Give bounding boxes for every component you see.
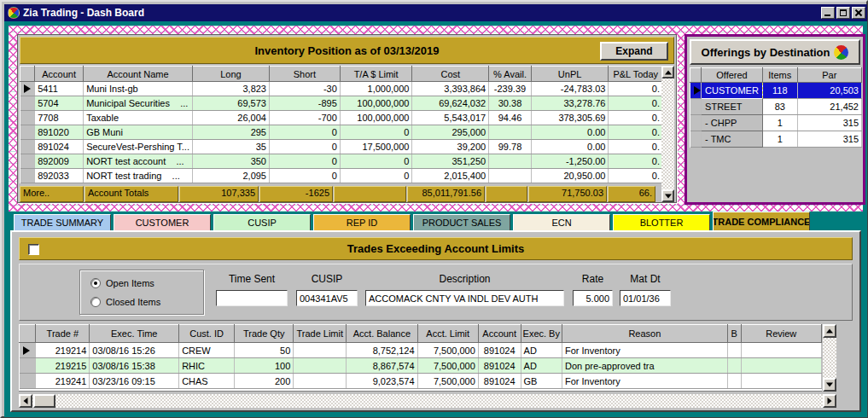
col-offered[interactable]: Offered <box>702 68 763 83</box>
cell[interactable]: GB <box>521 374 562 389</box>
close-button[interactable] <box>852 7 865 19</box>
hscroll-thumb[interactable] <box>33 394 55 408</box>
cell[interactable]: GB Muni <box>84 125 193 140</box>
cell[interactable]: 0 <box>340 154 412 169</box>
offerings-row[interactable]: - CHPP 1 315 <box>690 115 862 131</box>
cell[interactable]: 26,004 <box>193 111 270 125</box>
cell[interactable]: -30 <box>269 82 340 96</box>
row-selector[interactable] <box>20 82 35 96</box>
tab-trade-compliance[interactable]: TRADE COMPLIANCE <box>713 212 810 231</box>
cell[interactable]: 315 <box>797 115 861 131</box>
inventory-vscrollbar[interactable] <box>661 66 674 202</box>
inventory-row[interactable]: 891024 SecureVest-Pershing T... 35 0 17,… <box>20 140 663 154</box>
maximize-button[interactable] <box>836 7 850 19</box>
cell[interactable]: 0. <box>609 125 663 140</box>
cell[interactable] <box>489 154 532 169</box>
cell[interactable]: 3,393,864 <box>412 82 489 96</box>
cell[interactable]: 891024 <box>35 140 84 154</box>
cell[interactable]: AD <box>521 358 562 374</box>
cell[interactable]: - CHPP <box>702 115 763 131</box>
description-input[interactable] <box>365 290 564 306</box>
cell[interactable]: 0 <box>269 125 340 140</box>
tab-ecn[interactable]: ECN <box>513 214 610 231</box>
cell[interactable]: 2,015,400 <box>412 169 489 183</box>
row-selector[interactable] <box>20 125 35 140</box>
cell[interactable]: Municipal Securities ... <box>84 96 193 111</box>
tab-customer[interactable]: CUSTOMER <box>114 214 211 231</box>
open-items-option[interactable]: Open Items <box>90 278 154 288</box>
cell[interactable]: -895 <box>269 96 340 111</box>
col-avail[interactable]: % Avail. <box>489 67 532 82</box>
col-ta-limit[interactable]: T/A $ Limit <box>340 67 412 82</box>
cell[interactable]: 0 <box>269 154 340 169</box>
cell[interactable]: 69,624,032 <box>412 96 489 111</box>
col-short[interactable]: Short <box>269 67 340 82</box>
cell[interactable]: 315 <box>797 131 861 148</box>
cell[interactable]: 21,452 <box>797 99 861 115</box>
cell[interactable]: 8,752,124 <box>347 343 417 358</box>
cell[interactable]: 0. <box>609 111 663 125</box>
cell[interactable]: Muni Inst-gb <box>84 82 193 96</box>
compliance-hscrollbar[interactable] <box>19 394 836 408</box>
row-selector[interactable] <box>20 111 35 125</box>
col-long[interactable]: Long <box>193 67 270 82</box>
closed-items-option[interactable]: Closed Items <box>90 297 160 307</box>
more-button[interactable]: More.. <box>20 186 84 202</box>
cell[interactable]: 891024 <box>478 343 521 358</box>
cell[interactable]: CHAS <box>179 374 235 389</box>
inventory-row[interactable]: 5411 Muni Inst-gb 3,823 -30 1,000,000 3,… <box>20 82 663 96</box>
col-acct-balance[interactable]: Acct. Balance <box>347 325 417 343</box>
col-par[interactable]: Par <box>797 68 861 83</box>
scroll-up-button[interactable] <box>823 324 836 338</box>
cell[interactable]: 350 <box>193 154 270 169</box>
cell[interactable]: 20,950.00 <box>531 169 609 183</box>
cell[interactable]: -239.39 <box>489 82 532 96</box>
cell[interactable]: 219215 <box>36 358 90 374</box>
cell[interactable]: 17,500,000 <box>340 140 412 154</box>
col-b[interactable]: B <box>727 325 741 343</box>
inventory-row[interactable]: 892009 NORT test account ... 350 0 0 351… <box>20 154 663 169</box>
cell[interactable]: For Inventory <box>562 343 727 358</box>
col-exec-time[interactable]: Exec. Time <box>90 325 179 343</box>
cell[interactable]: 1,000,000 <box>340 82 412 96</box>
compliance-checkbox[interactable] <box>28 244 39 255</box>
cell[interactable]: 1 <box>762 131 797 148</box>
scroll-down-button[interactable] <box>661 189 674 202</box>
row-selector[interactable] <box>690 131 702 148</box>
cell[interactable]: 295,000 <box>412 125 489 140</box>
cell[interactable]: 3,823 <box>193 82 270 96</box>
col-trade-limit[interactable]: Trade Limit <box>294 325 347 343</box>
cell[interactable] <box>727 343 741 358</box>
cell[interactable]: 891024 <box>478 374 521 389</box>
tab-blotter[interactable]: BLOTTER <box>613 214 710 231</box>
minimize-button[interactable] <box>821 7 835 19</box>
cell[interactable]: CUSTOMER <box>702 83 763 99</box>
row-selector[interactable] <box>690 83 702 99</box>
cell[interactable]: 03/08/16 15:38 <box>90 358 179 374</box>
cell[interactable]: 219241 <box>36 374 90 389</box>
cell[interactable]: Taxable <box>84 111 193 125</box>
cell[interactable]: 5411 <box>35 82 84 96</box>
cusip-input[interactable] <box>296 290 358 306</box>
cell[interactable] <box>294 343 347 358</box>
col-trade-num[interactable]: Trade # <box>36 325 90 343</box>
row-selector[interactable] <box>20 343 36 358</box>
cell[interactable]: 35 <box>193 140 270 154</box>
col-acct-limit[interactable]: Acct. Limit <box>417 325 478 343</box>
radio-unselected-icon[interactable] <box>90 297 101 307</box>
cell[interactable]: 94.46 <box>489 111 532 125</box>
col-review[interactable]: Review <box>741 325 821 343</box>
tab-product-sales[interactable]: PRODUCT SALES <box>413 214 510 231</box>
cell[interactable]: 83 <box>762 99 797 115</box>
cell[interactable] <box>727 374 741 389</box>
col-trade-qty[interactable]: Trade Qty <box>235 325 294 343</box>
inventory-row[interactable]: 891020 GB Muni 295 0 0 295,000 0.00 0. <box>20 125 663 140</box>
row-selector[interactable] <box>690 115 702 131</box>
cell[interactable]: 118 <box>762 83 797 99</box>
cell[interactable]: 99.78 <box>489 140 532 154</box>
cell[interactable]: 50 <box>235 343 294 358</box>
tab-trade-summary[interactable]: TRADE SUMMARY <box>14 214 111 231</box>
cell[interactable]: 0. <box>609 82 663 96</box>
scroll-right-button[interactable] <box>823 394 836 408</box>
scroll-down-button[interactable] <box>823 378 836 392</box>
